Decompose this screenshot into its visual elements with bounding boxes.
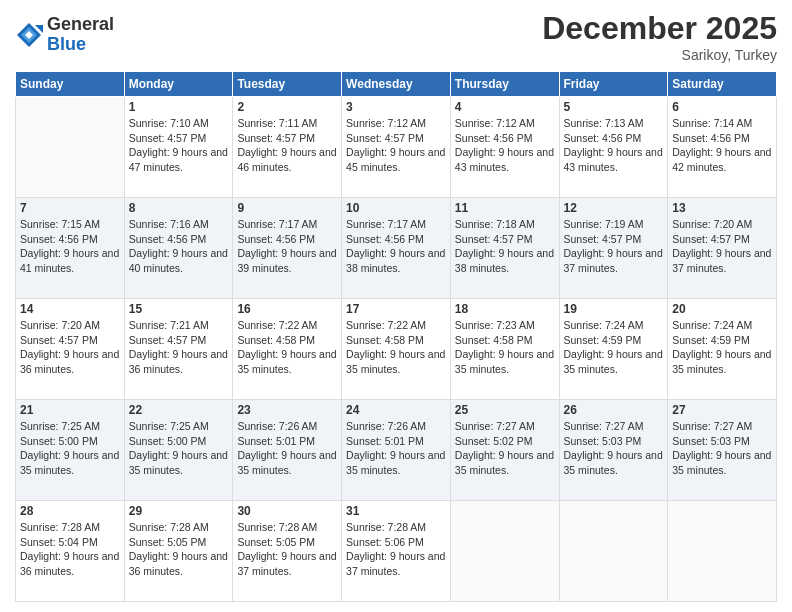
calendar-day-cell: 4Sunrise: 7:12 AMSunset: 4:56 PMDaylight… bbox=[450, 97, 559, 198]
calendar-day-cell: 5Sunrise: 7:13 AMSunset: 4:56 PMDaylight… bbox=[559, 97, 668, 198]
col-tuesday: Tuesday bbox=[233, 72, 342, 97]
calendar-day-cell: 2Sunrise: 7:11 AMSunset: 4:57 PMDaylight… bbox=[233, 97, 342, 198]
calendar-day-cell: 13Sunrise: 7:20 AMSunset: 4:57 PMDayligh… bbox=[668, 198, 777, 299]
calendar-table: Sunday Monday Tuesday Wednesday Thursday… bbox=[15, 71, 777, 602]
day-info: Sunrise: 7:27 AMSunset: 5:03 PMDaylight:… bbox=[564, 419, 664, 478]
calendar-day-cell: 8Sunrise: 7:16 AMSunset: 4:56 PMDaylight… bbox=[124, 198, 233, 299]
day-info: Sunrise: 7:16 AMSunset: 4:56 PMDaylight:… bbox=[129, 217, 229, 276]
day-number: 2 bbox=[237, 100, 337, 114]
day-number: 8 bbox=[129, 201, 229, 215]
calendar-day-cell: 15Sunrise: 7:21 AMSunset: 4:57 PMDayligh… bbox=[124, 299, 233, 400]
calendar-day-cell: 28Sunrise: 7:28 AMSunset: 5:04 PMDayligh… bbox=[16, 501, 125, 602]
calendar-week-row: 14Sunrise: 7:20 AMSunset: 4:57 PMDayligh… bbox=[16, 299, 777, 400]
calendar-day-cell: 17Sunrise: 7:22 AMSunset: 4:58 PMDayligh… bbox=[342, 299, 451, 400]
calendar-body: 1Sunrise: 7:10 AMSunset: 4:57 PMDaylight… bbox=[16, 97, 777, 602]
day-number: 12 bbox=[564, 201, 664, 215]
day-number: 28 bbox=[20, 504, 120, 518]
col-saturday: Saturday bbox=[668, 72, 777, 97]
calendar-day-cell: 16Sunrise: 7:22 AMSunset: 4:58 PMDayligh… bbox=[233, 299, 342, 400]
logo-icon bbox=[15, 21, 43, 49]
col-wednesday: Wednesday bbox=[342, 72, 451, 97]
day-number: 18 bbox=[455, 302, 555, 316]
logo: General Blue bbox=[15, 15, 114, 55]
header: General Blue December 2025 Sarikoy, Turk… bbox=[15, 10, 777, 63]
calendar-day-cell bbox=[450, 501, 559, 602]
day-number: 4 bbox=[455, 100, 555, 114]
calendar-week-row: 1Sunrise: 7:10 AMSunset: 4:57 PMDaylight… bbox=[16, 97, 777, 198]
day-number: 29 bbox=[129, 504, 229, 518]
day-number: 27 bbox=[672, 403, 772, 417]
day-number: 11 bbox=[455, 201, 555, 215]
calendar-day-cell: 14Sunrise: 7:20 AMSunset: 4:57 PMDayligh… bbox=[16, 299, 125, 400]
day-number: 16 bbox=[237, 302, 337, 316]
day-number: 31 bbox=[346, 504, 446, 518]
calendar-day-cell: 30Sunrise: 7:28 AMSunset: 5:05 PMDayligh… bbox=[233, 501, 342, 602]
calendar-day-cell: 11Sunrise: 7:18 AMSunset: 4:57 PMDayligh… bbox=[450, 198, 559, 299]
day-info: Sunrise: 7:24 AMSunset: 4:59 PMDaylight:… bbox=[672, 318, 772, 377]
day-number: 9 bbox=[237, 201, 337, 215]
day-info: Sunrise: 7:17 AMSunset: 4:56 PMDaylight:… bbox=[237, 217, 337, 276]
day-info: Sunrise: 7:22 AMSunset: 4:58 PMDaylight:… bbox=[237, 318, 337, 377]
day-number: 6 bbox=[672, 100, 772, 114]
day-number: 1 bbox=[129, 100, 229, 114]
day-number: 24 bbox=[346, 403, 446, 417]
calendar-week-row: 28Sunrise: 7:28 AMSunset: 5:04 PMDayligh… bbox=[16, 501, 777, 602]
day-info: Sunrise: 7:15 AMSunset: 4:56 PMDaylight:… bbox=[20, 217, 120, 276]
day-info: Sunrise: 7:20 AMSunset: 4:57 PMDaylight:… bbox=[672, 217, 772, 276]
day-info: Sunrise: 7:20 AMSunset: 4:57 PMDaylight:… bbox=[20, 318, 120, 377]
day-number: 5 bbox=[564, 100, 664, 114]
calendar-day-cell: 7Sunrise: 7:15 AMSunset: 4:56 PMDaylight… bbox=[16, 198, 125, 299]
calendar-day-cell: 25Sunrise: 7:27 AMSunset: 5:02 PMDayligh… bbox=[450, 400, 559, 501]
day-info: Sunrise: 7:14 AMSunset: 4:56 PMDaylight:… bbox=[672, 116, 772, 175]
page: General Blue December 2025 Sarikoy, Turk… bbox=[0, 0, 792, 612]
day-info: Sunrise: 7:26 AMSunset: 5:01 PMDaylight:… bbox=[237, 419, 337, 478]
day-info: Sunrise: 7:17 AMSunset: 4:56 PMDaylight:… bbox=[346, 217, 446, 276]
day-info: Sunrise: 7:24 AMSunset: 4:59 PMDaylight:… bbox=[564, 318, 664, 377]
day-number: 21 bbox=[20, 403, 120, 417]
day-info: Sunrise: 7:27 AMSunset: 5:03 PMDaylight:… bbox=[672, 419, 772, 478]
calendar-day-cell: 27Sunrise: 7:27 AMSunset: 5:03 PMDayligh… bbox=[668, 400, 777, 501]
calendar-week-row: 7Sunrise: 7:15 AMSunset: 4:56 PMDaylight… bbox=[16, 198, 777, 299]
col-sunday: Sunday bbox=[16, 72, 125, 97]
day-info: Sunrise: 7:10 AMSunset: 4:57 PMDaylight:… bbox=[129, 116, 229, 175]
day-info: Sunrise: 7:19 AMSunset: 4:57 PMDaylight:… bbox=[564, 217, 664, 276]
col-monday: Monday bbox=[124, 72, 233, 97]
calendar-day-cell: 22Sunrise: 7:25 AMSunset: 5:00 PMDayligh… bbox=[124, 400, 233, 501]
calendar-day-cell: 1Sunrise: 7:10 AMSunset: 4:57 PMDaylight… bbox=[124, 97, 233, 198]
calendar-day-cell bbox=[668, 501, 777, 602]
day-info: Sunrise: 7:12 AMSunset: 4:57 PMDaylight:… bbox=[346, 116, 446, 175]
day-number: 20 bbox=[672, 302, 772, 316]
day-info: Sunrise: 7:25 AMSunset: 5:00 PMDaylight:… bbox=[129, 419, 229, 478]
col-friday: Friday bbox=[559, 72, 668, 97]
day-number: 26 bbox=[564, 403, 664, 417]
logo-blue: Blue bbox=[47, 35, 114, 55]
location: Sarikoy, Turkey bbox=[542, 47, 777, 63]
calendar-day-cell bbox=[16, 97, 125, 198]
logo-general: General bbox=[47, 15, 114, 35]
calendar-day-cell: 12Sunrise: 7:19 AMSunset: 4:57 PMDayligh… bbox=[559, 198, 668, 299]
col-thursday: Thursday bbox=[450, 72, 559, 97]
day-number: 22 bbox=[129, 403, 229, 417]
day-number: 23 bbox=[237, 403, 337, 417]
calendar-week-row: 21Sunrise: 7:25 AMSunset: 5:00 PMDayligh… bbox=[16, 400, 777, 501]
calendar-header: Sunday Monday Tuesday Wednesday Thursday… bbox=[16, 72, 777, 97]
calendar-day-cell: 26Sunrise: 7:27 AMSunset: 5:03 PMDayligh… bbox=[559, 400, 668, 501]
calendar-day-cell: 19Sunrise: 7:24 AMSunset: 4:59 PMDayligh… bbox=[559, 299, 668, 400]
day-number: 15 bbox=[129, 302, 229, 316]
logo-text: General Blue bbox=[47, 15, 114, 55]
calendar-day-cell: 23Sunrise: 7:26 AMSunset: 5:01 PMDayligh… bbox=[233, 400, 342, 501]
day-number: 14 bbox=[20, 302, 120, 316]
day-info: Sunrise: 7:25 AMSunset: 5:00 PMDaylight:… bbox=[20, 419, 120, 478]
calendar-day-cell: 31Sunrise: 7:28 AMSunset: 5:06 PMDayligh… bbox=[342, 501, 451, 602]
day-info: Sunrise: 7:28 AMSunset: 5:05 PMDaylight:… bbox=[237, 520, 337, 579]
calendar-day-cell: 20Sunrise: 7:24 AMSunset: 4:59 PMDayligh… bbox=[668, 299, 777, 400]
day-number: 25 bbox=[455, 403, 555, 417]
day-info: Sunrise: 7:28 AMSunset: 5:05 PMDaylight:… bbox=[129, 520, 229, 579]
month-title: December 2025 bbox=[542, 10, 777, 47]
calendar-day-cell: 6Sunrise: 7:14 AMSunset: 4:56 PMDaylight… bbox=[668, 97, 777, 198]
day-info: Sunrise: 7:18 AMSunset: 4:57 PMDaylight:… bbox=[455, 217, 555, 276]
header-row: Sunday Monday Tuesday Wednesday Thursday… bbox=[16, 72, 777, 97]
calendar-day-cell bbox=[559, 501, 668, 602]
day-number: 17 bbox=[346, 302, 446, 316]
title-section: December 2025 Sarikoy, Turkey bbox=[542, 10, 777, 63]
